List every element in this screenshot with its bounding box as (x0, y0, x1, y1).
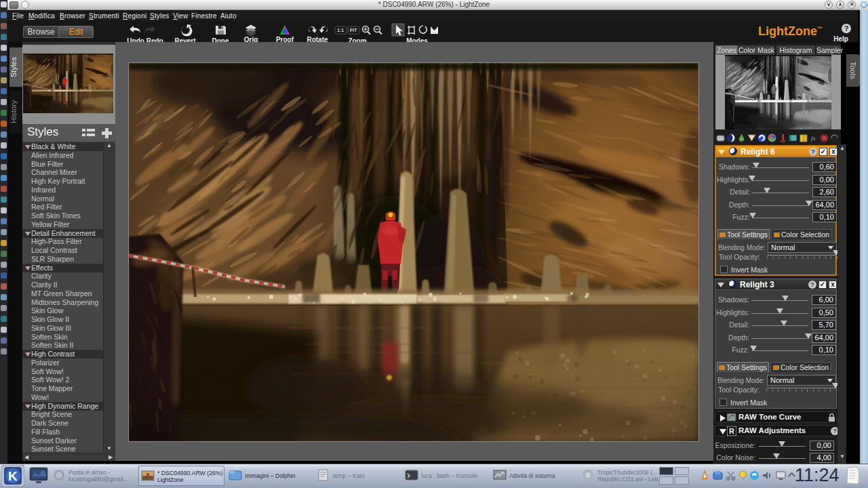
svg-text:1:1: 1:1 (337, 28, 344, 33)
svg-text:FIT: FIT (350, 28, 357, 33)
svg-text:fx: fx (811, 135, 816, 142)
svg-text:K: K (8, 469, 18, 483)
svg-text:R: R (729, 427, 734, 435)
